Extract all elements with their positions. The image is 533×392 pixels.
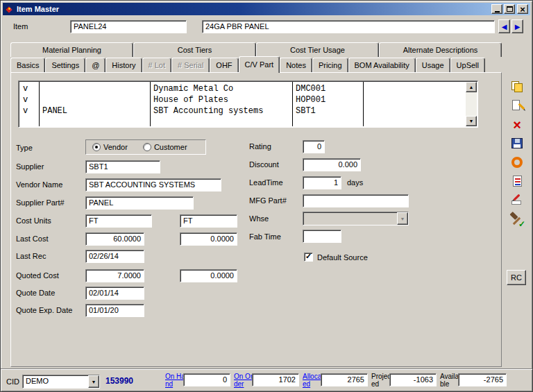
last-rec-field[interactable]: 02/26/14 <box>85 250 144 263</box>
quote-date-label: Quote Date <box>16 289 55 297</box>
whse-dropdown-button: ▼ <box>397 212 408 225</box>
column-divider <box>39 82 40 126</box>
item-description-field[interactable]: 24GA PBR PANEL <box>202 20 495 33</box>
grid-cell-code: DMC001 <box>292 83 363 94</box>
check-icon: ✓ <box>305 252 312 261</box>
tab-notes[interactable]: Notes <box>280 58 312 72</box>
column-divider <box>363 82 364 126</box>
projected-value: -1063 <box>389 373 437 386</box>
item-master-window: ◆ Item Master × Item PANEL24 24GA PBR PA… <box>0 0 533 392</box>
delete-button[interactable]: × <box>507 116 527 133</box>
close-button[interactable]: × <box>517 4 528 14</box>
grid-row[interactable]: v PANEL SBT Accounting systems SBT1 <box>19 105 466 117</box>
quote-date-field[interactable]: 02/01/14 <box>85 287 144 300</box>
grid-cell-code: SBT1 <box>292 105 363 117</box>
leadtime-field[interactable]: 1 <box>303 176 341 189</box>
cid-label: CID <box>6 377 19 386</box>
tab-at[interactable]: @ <box>85 58 105 72</box>
whse-dropdown: ▼ <box>303 212 409 225</box>
save-button[interactable] <box>507 135 527 152</box>
grid-cell-part <box>39 94 150 105</box>
type-label: Type <box>16 144 33 152</box>
tab-history[interactable]: History <box>105 58 142 72</box>
cid-dropdown-button[interactable]: ▼ <box>88 375 99 388</box>
rating-label: Rating <box>249 142 271 151</box>
maximize-button[interactable] <box>504 4 515 14</box>
column-divider <box>150 82 151 126</box>
whse-label: Whse <box>249 214 269 223</box>
quoted-cost-label: Quoted Cost <box>16 271 59 280</box>
grid-cell-flag: v <box>19 105 39 117</box>
tab-cost-tiers[interactable]: Cost Tiers <box>133 42 256 57</box>
record-id: 153990 <box>105 376 133 386</box>
tab-pricing[interactable]: Pricing <box>312 58 348 72</box>
rc-button[interactable]: RC <box>507 270 526 285</box>
mfg-part-label: MFG Part# <box>249 196 287 205</box>
copy-icon <box>511 81 523 93</box>
copy-button[interactable] <box>507 78 527 96</box>
next-item-button[interactable]: ▶ <box>511 19 523 33</box>
grid-cell-flag: v <box>19 83 39 94</box>
tab-cost-tier-usage[interactable]: Cost Tier Usage <box>256 42 379 57</box>
rating-field[interactable]: 0 <box>303 140 325 153</box>
last-cost-field-2[interactable]: 0.0000 <box>180 232 237 246</box>
last-cost-field-1[interactable]: 60.0000 <box>85 232 144 246</box>
tab-bom-availability[interactable]: BOM Availability <box>348 58 416 72</box>
statusbar-divider <box>1 368 532 370</box>
customer-radio[interactable]: Customer <box>143 143 187 151</box>
vendor-name-field[interactable]: SBT ACCOUNTING SYSTEMS <box>85 178 221 191</box>
maximize-icon <box>507 6 513 12</box>
minimize-icon <box>495 11 500 12</box>
tab-upsell[interactable]: UpSell <box>450 58 485 72</box>
prev-item-button[interactable]: ◀ <box>498 19 510 33</box>
item-code-field[interactable]: PANEL24 <box>70 20 187 33</box>
tab-alternate-descriptions[interactable]: Alternate Descriptions <box>379 42 502 57</box>
column-divider <box>292 82 293 126</box>
minimize-button[interactable] <box>491 4 502 14</box>
discount-field[interactable]: 0.000 <box>303 158 361 171</box>
tab-lot: # Lot <box>142 58 171 72</box>
vendor-radio[interactable]: Vendor <box>92 143 128 151</box>
red-pen-icon <box>511 194 523 205</box>
cid-dropdown[interactable]: DEMO ▼ <box>22 375 100 389</box>
build-button[interactable]: ✓ <box>507 210 527 230</box>
mfg-part-field[interactable] <box>303 194 409 207</box>
report-button[interactable] <box>507 172 527 189</box>
scroll-down-button[interactable]: ▼ <box>466 116 477 126</box>
quoted-cost-field-2[interactable]: 0.0000 <box>180 269 237 282</box>
quoted-cost-field-1[interactable]: 7.0000 <box>85 269 144 282</box>
supplier-part-label: Supplier Part# <box>16 198 65 207</box>
vertical-scrollbar[interactable]: ▲ ▼ <box>466 82 477 126</box>
cancel-button[interactable] <box>507 153 527 171</box>
tab-settings[interactable]: Settings <box>45 58 85 72</box>
radio-unselected-icon <box>143 143 151 151</box>
window-title: Item Master <box>17 5 490 13</box>
cost-units-field-1[interactable]: FT <box>85 214 152 228</box>
tab-material-planning[interactable]: Material Planning <box>10 42 133 57</box>
fab-time-field[interactable] <box>303 230 341 243</box>
last-rec-label: Last Rec <box>16 252 46 260</box>
default-source-checkbox[interactable]: ✓ <box>304 253 313 262</box>
supplier-part-field[interactable]: PANEL <box>85 196 194 210</box>
edit-button[interactable] <box>507 97 527 114</box>
rc-button-label: RC <box>511 273 522 282</box>
quote-exp-date-field[interactable]: 01/01/20 <box>85 304 144 317</box>
right-arrow-icon: ▶ <box>515 23 521 31</box>
tab-basics[interactable]: Basics <box>10 58 45 72</box>
titlebar[interactable]: ◆ Item Master × <box>3 3 530 15</box>
chevron-down-icon: ▼ <box>92 380 96 384</box>
grid-row[interactable]: v Dynamic Metal Co DMC001 <box>19 83 466 94</box>
gavel-icon: ✓ <box>509 211 525 229</box>
tab-strip-pages: Basics Settings @ History # Lot # Serial… <box>10 57 505 72</box>
supplier-label: Supplier <box>16 162 44 171</box>
tab-usage[interactable]: Usage <box>416 58 450 72</box>
leadtime-label: LeadTime <box>249 178 283 187</box>
scroll-up-button[interactable]: ▲ <box>466 82 477 92</box>
cost-units-field-2[interactable]: FT <box>180 214 237 228</box>
tab-cv-part[interactable]: C/V Part <box>239 56 280 73</box>
grid-row[interactable]: v House of Plates HOP001 <box>19 94 466 105</box>
supplier-field[interactable]: SBT1 <box>85 160 160 173</box>
grid-cell-name: SBT Accounting systems <box>150 105 292 117</box>
tab-ohf[interactable]: OHF <box>210 58 238 72</box>
memo-button[interactable] <box>507 191 527 208</box>
